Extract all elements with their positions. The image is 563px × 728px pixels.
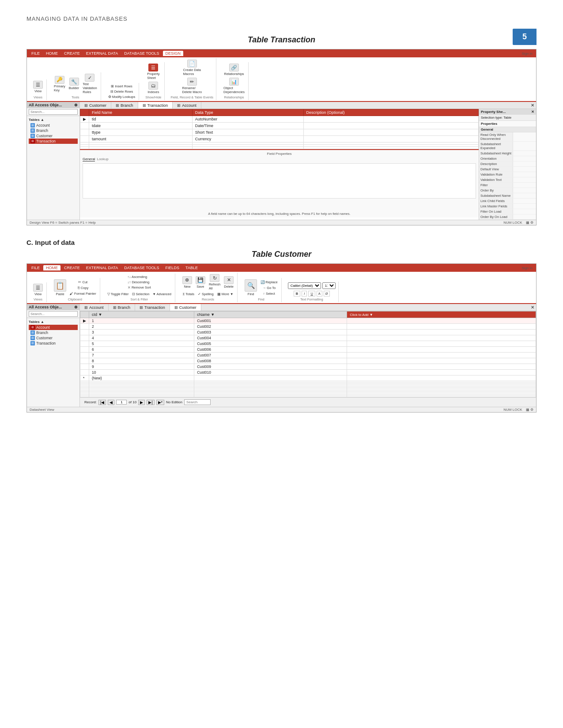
new-row[interactable]: * (New) [80,375,536,381]
nav-chevron-icon[interactable]: ⊕ [74,103,78,107]
test-validation-button[interactable]: ✓ TestValidationRules [82,73,98,94]
table-row[interactable]: 5 Cust005 [80,341,536,347]
new-button[interactable]: ⊕ New [181,276,193,289]
cid-cell[interactable]: 3 [89,330,194,335]
table-row[interactable]: 6 Cust006 [80,347,536,353]
tab-database-tools-c[interactable]: DATABASE TOOLS [121,265,162,270]
property-sheet-close-icon[interactable]: ✕ [531,110,534,114]
field-name-cell[interactable]: tid [89,116,193,123]
view-button-c[interactable]: ☰ View [32,283,44,296]
nav-item-branch-c[interactable]: ⊞ Branch [29,330,78,335]
last-record-button[interactable]: ▶| [147,400,154,405]
cname-cell[interactable]: Cust006 [194,347,347,353]
table-row[interactable] [80,147,479,149]
tab-home[interactable]: HOME [43,51,60,56]
field-name-cell[interactable]: tdate [89,123,193,129]
font-select[interactable]: Calibri (Detail) [288,282,321,289]
field-name-cell[interactable]: tamount [89,136,193,143]
cname-header[interactable]: cName ▼ [194,311,347,318]
tab-transaction[interactable]: ⊞ Transaction [138,102,173,109]
insert-rows-button[interactable]: ⊞ Insert Rows [107,84,136,89]
cname-cell[interactable]: Cust004 [194,335,347,341]
next-record-button[interactable]: ▶ [138,400,145,405]
selection-button[interactable]: ⊡ Selection [131,292,151,296]
cname-cell[interactable]: Cust005 [194,341,347,347]
tab-branch-c[interactable]: ⊞ Branch [109,304,136,311]
tab-home-c[interactable]: HOME [43,265,60,270]
object-dependencies-button[interactable]: 📊 ObjectDependencies [223,77,246,94]
table-row[interactable]: ▶ 1 Cust001 [80,318,536,324]
totals-button[interactable]: Σ Totals [182,292,195,296]
close-table-icon[interactable]: ✕ [529,102,536,109]
tables-expand-icon-c[interactable]: ▲ [41,320,44,324]
field-name-cell[interactable]: ttype [89,129,193,136]
cid-cell[interactable]: 4 [89,335,194,341]
tab-account-c[interactable]: ⊞ Account [80,304,109,311]
modify-lookups-button[interactable]: ⚙ Modify Lookups [107,94,136,99]
description-cell[interactable] [303,123,478,129]
description-cell[interactable] [303,116,478,123]
search-input[interactable] [29,109,78,115]
table-row[interactable]: 7 Cust007 [80,353,536,358]
data-type-cell[interactable]: Date/Time [192,123,303,129]
nav-chevron-icon-c[interactable]: ⊕ [74,305,78,309]
lookup-tab[interactable]: Lookup [97,157,108,161]
general-tab[interactable]: General [83,157,95,161]
cname-cell[interactable]: Cust003 [194,330,347,335]
sign-in-c[interactable]: Sign in [522,266,534,270]
italic-button[interactable]: I [302,291,307,296]
underline-button[interactable]: U [308,291,315,296]
tab-design[interactable]: DESIGN [163,51,184,56]
table-row[interactable]: ▶ tid AutoNumber [80,116,479,123]
size-select[interactable]: 11 [322,282,336,289]
cname-cell[interactable]: Cust002 [194,324,347,330]
nav-item-branch[interactable]: ⊞ Branch [29,128,78,133]
table-row[interactable]: 4 Cust004 [80,335,536,341]
primary-key-button[interactable]: 🔑 PrimaryKey [53,75,66,93]
nav-item-account[interactable]: ⊞ Account [29,123,78,128]
remove-sort-button[interactable]: ⤫ Remove Sort [127,285,152,290]
datasheet-scroll[interactable]: cId ▼ cName ▼ Click to Add ▼ ▶ 1 Cust001 [80,311,536,397]
cid-cell[interactable]: 6 [89,347,194,353]
cname-cell[interactable]: Cust001 [194,318,347,324]
ascending-button[interactable]: ↑↓ Ascending [127,274,148,279]
cid-cell[interactable]: 9 [89,364,194,370]
delete-button[interactable]: ✕ Delete [223,276,234,289]
search-nav-input[interactable] [184,399,211,405]
spelling-button[interactable]: ✓ Spelling [197,292,215,296]
tab-customer[interactable]: ⊞ Customer [80,102,111,109]
tab-file-c[interactable]: FILE [29,265,42,270]
save-button[interactable]: 💾 Save [195,276,206,289]
rename-macro-button[interactable]: ✏ Rename/Delete Macro [181,77,203,94]
tab-external-data-c[interactable]: EXTERNAL DATA [83,265,121,270]
cid-cell[interactable]: 1 [89,318,194,324]
select-button[interactable]: ↑ Select [260,291,279,296]
first-record-button[interactable]: |◀ [98,400,106,405]
cname-cell[interactable]: Cust007 [194,353,347,358]
paste-button[interactable]: 📋 Paste [53,279,67,296]
property-sheet-button[interactable]: ☰ PropertySheet [146,63,160,80]
tab-database-tools[interactable]: DATABASE TOOLS [121,51,162,56]
description-cell[interactable] [303,129,478,136]
nav-item-transaction-c[interactable]: ⊞ Transaction [29,341,78,346]
table-row[interactable]: tdate Date/Time [80,123,479,129]
copy-button[interactable]: ⎘ Copy [69,285,97,290]
indexes-button[interactable]: 🗂 Indexes [147,81,160,94]
click-to-add-header[interactable]: Click to Add ▼ [347,311,536,318]
table-row[interactable]: 2 Cust002 [80,324,536,330]
data-type-cell[interactable]: Currency [192,136,303,143]
more-button[interactable]: ▦ More ▼ [216,292,234,296]
tab-table-c[interactable]: TABLE [183,265,200,270]
tab-transaction-c[interactable]: ⊞ Transaction [135,304,170,311]
font-color-button[interactable]: A [317,291,322,296]
create-data-macros-button[interactable]: 📄 Create DataMacros [182,59,202,76]
table-row[interactable]: 9 Cust009 [80,364,536,370]
bold-button[interactable]: B [294,291,300,296]
view-button[interactable]: ☰ View [32,80,44,94]
table-row[interactable]: ttype Short Text [80,129,479,136]
sign-in[interactable]: Sign in [522,52,534,56]
relationships-button[interactable]: 🔗 Relationships [223,63,245,76]
table-row[interactable]: 10 Cust010 [80,370,536,375]
nav-item-customers-c[interactable]: ⊞ Customer [29,335,78,341]
tab-account[interactable]: ⊞ Account [173,102,201,109]
